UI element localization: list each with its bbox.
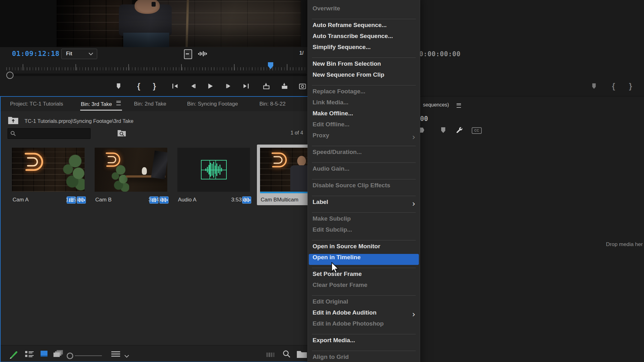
mark-out-button[interactable]: } (149, 81, 160, 91)
bin-item-duration: 3:34:00 (148, 197, 166, 203)
timeline-tab-label[interactable]: sequences) (423, 102, 449, 108)
menu-item-open-in-timeline[interactable]: Open in Timeline (309, 254, 419, 265)
zoom-slider-track[interactable] (75, 355, 102, 356)
menu-item-label: Edit Offline... (313, 121, 349, 128)
menu-item-proxy: Proxy› (308, 132, 420, 143)
tab-label: Bin: 2nd Take (134, 101, 166, 107)
zoom-slider-handle[interactable] (67, 353, 73, 359)
tab-label: Bin: 3rd Take (81, 101, 112, 107)
overwrite-button[interactable] (279, 81, 290, 91)
sort-icon[interactable] (111, 351, 121, 359)
menu-item-new-sequence-from-clip[interactable]: New Sequence From Clip (308, 71, 420, 82)
menu-item-align-to-grid: Align to Grid (308, 354, 420, 362)
export-frame-button[interactable] (297, 81, 308, 91)
menu-item-label: Simplify Sequence... (313, 44, 371, 50)
automate-sequence-icon[interactable] (266, 352, 276, 359)
menu-item-label: New Bin From Selection (313, 60, 381, 67)
tab-bin-2nd-take[interactable]: Bin: 2nd Take (134, 101, 166, 107)
person-head (297, 156, 306, 166)
mark-out-icon[interactable]: } (625, 81, 636, 91)
tab-bin-3rd-take[interactable]: Bin: 3rd Take (81, 101, 121, 107)
drag-video-icon[interactable] (184, 49, 192, 59)
source-timecode[interactable]: 01:09:12:18 (12, 50, 59, 58)
thumbnail (177, 148, 250, 192)
source-monitor-video[interactable] (57, 0, 301, 47)
new-bin-icon[interactable] (296, 350, 308, 360)
search-bin-icon[interactable] (116, 128, 127, 138)
mouse-cursor (331, 262, 339, 274)
tab-label: Project: TC-1 Tutorials (10, 101, 63, 107)
edit-pencil-icon (9, 349, 19, 360)
step-forward-button[interactable] (223, 81, 234, 91)
menu-item-export-media[interactable]: Export Media... (308, 337, 420, 348)
menu-item-overwrite: Overwrite (308, 5, 420, 16)
menu-separator (308, 265, 420, 271)
bin-item-duration: 3:53:00 (231, 197, 249, 203)
menu-item-disable-source-clip-effects: Disable Source Clip Effects (308, 182, 420, 193)
breadcrumb[interactable]: TC-1 Tutorials.prproj\Syncing Footage\3r… (25, 118, 133, 124)
menu-item-auto-reframe-sequence[interactable]: Auto Reframe Sequence... (308, 22, 420, 33)
menu-separator (308, 176, 420, 182)
menu-item-label: Make Offline... (313, 110, 353, 117)
search-input[interactable] (17, 129, 88, 138)
wrench-icon[interactable] (455, 126, 464, 134)
menu-item-speed-duration: Speed/Duration... (308, 149, 420, 160)
tab-project-tc-1-tutorials[interactable]: Project: TC-1 Tutorials (10, 101, 63, 107)
panel-menu-icon[interactable] (116, 101, 121, 105)
bin-item-audio-a[interactable]: Audio A3:53:00 (174, 145, 253, 205)
menu-item-simplify-sequence[interactable]: Simplify Sequence... (308, 44, 420, 55)
context-menu: InsertOverwriteAuto Reframe Sequence...A… (308, 0, 420, 362)
menu-item-auto-transcribe-sequence[interactable]: Auto Transcribe Sequence... (308, 33, 420, 44)
bin-item-name: Cam A (13, 197, 29, 203)
drag-audio-icon[interactable] (198, 51, 208, 57)
tab-bin-syncing-footage[interactable]: Bin: Syncing Footage (187, 101, 238, 107)
playback-resolution[interactable]: 1/ (299, 50, 303, 56)
menu-separator (308, 237, 420, 243)
menu-item-label: Align to Grid (313, 354, 349, 360)
menu-item-edit-subclip: Edit Subclip... (308, 226, 420, 237)
menu-item-audio-gain: Audio Gain... (308, 165, 420, 176)
mark-in-button[interactable]: { (133, 81, 144, 91)
go-to-in-button[interactable] (170, 81, 180, 91)
play-button[interactable] (205, 81, 216, 91)
freeform-view-icon[interactable] (53, 350, 64, 359)
marker-icon[interactable] (438, 126, 448, 134)
icon-view-icon[interactable] (40, 350, 48, 359)
menu-item-label: Label (313, 199, 328, 205)
submenu-arrow-icon: › (412, 309, 415, 320)
menu-item-open-in-source-monitor[interactable]: Open in Source Monitor (308, 243, 420, 254)
menu-separator (308, 82, 420, 88)
source-zoom-scrollbar[interactable] (9, 74, 307, 76)
folder-up-icon[interactable] (8, 116, 19, 125)
tab-bin-8-5-22[interactable]: Bin: 8-5-22 (259, 101, 286, 107)
source-time-ruler[interactable] (6, 63, 308, 70)
step-back-button[interactable] (188, 81, 198, 91)
marker-icon[interactable] (589, 81, 599, 91)
zoom-level-dropdown[interactable]: Fit (61, 49, 97, 59)
menu-item-new-bin-from-selection[interactable]: New Bin From Selection (308, 60, 420, 71)
menu-item-label[interactable]: Label› (308, 199, 420, 210)
project-panel-tabbar: Project: TC-1 TutorialsBin: 3rd TakeBin:… (1, 97, 308, 111)
find-icon[interactable] (282, 350, 291, 360)
mark-in-icon[interactable]: { (608, 81, 619, 91)
menu-item-set-poster-frame[interactable]: Set Poster Frame (308, 271, 420, 282)
tab-label: Bin: 8-5-22 (259, 101, 286, 107)
menu-item-make-offline[interactable]: Make Offline... (308, 110, 420, 121)
menu-item-edit-in-adobe-audition[interactable]: Edit in Adobe Audition› (308, 309, 420, 320)
search-box[interactable] (8, 128, 91, 139)
captions-icon[interactable]: CC (472, 127, 482, 134)
source-zoom-handle[interactable] (6, 72, 14, 79)
list-view-icon[interactable] (25, 350, 34, 359)
bin-item-duration: 1:55:00 (66, 197, 84, 203)
panel-menu-icon[interactable] (457, 103, 461, 108)
insert-button[interactable] (261, 81, 272, 91)
marker-button[interactable] (113, 81, 124, 91)
bin-item-name: Audio A (178, 197, 197, 203)
tab-label: Bin: Syncing Footage (187, 101, 238, 107)
bin-item-cam-b[interactable]: Cam B3:34:00 (92, 145, 170, 205)
plant (58, 151, 85, 192)
menu-item-label: Speed/Duration... (313, 149, 362, 155)
bin-item-cam-a[interactable]: Cam A1:55:00 (9, 145, 87, 205)
go-to-out-button[interactable] (241, 81, 251, 91)
menu-item-edit-offline: Edit Offline... (308, 121, 420, 132)
